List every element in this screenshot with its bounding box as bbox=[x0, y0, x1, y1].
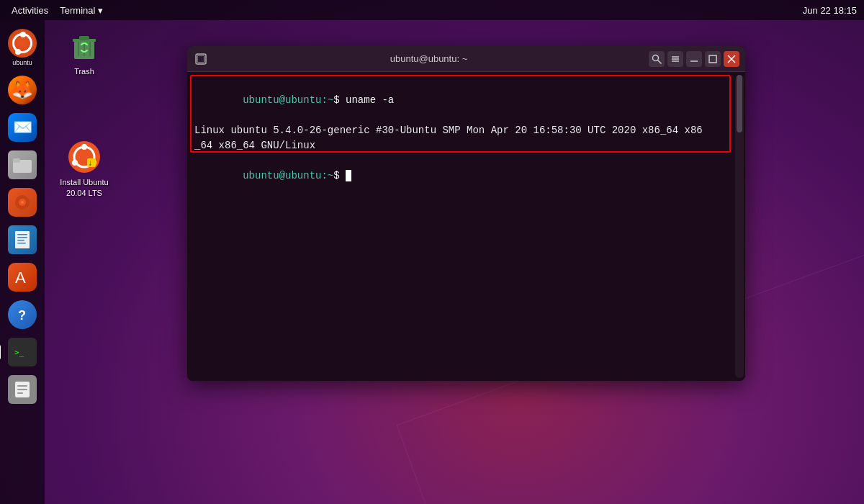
svg-rect-15 bbox=[17, 389, 27, 390]
svg-rect-16 bbox=[17, 392, 23, 394]
terminal-scrollbar[interactable] bbox=[735, 75, 744, 378]
ubuntu-logo-icon bbox=[8, 29, 37, 58]
install-ubuntu-icon: ↓ bbox=[67, 140, 102, 174]
dock-item-appstore[interactable]: A bbox=[1, 260, 43, 294]
dock-item-sound[interactable] bbox=[1, 185, 43, 220]
svg-line-30 bbox=[658, 60, 662, 63]
writer-icon bbox=[8, 225, 37, 254]
active-indicator bbox=[0, 345, 1, 359]
files-icon bbox=[8, 150, 37, 179]
terminal-line-2: Linux ubuntu 5.4.0-26-generic #30-Ubuntu… bbox=[194, 123, 738, 138]
top-panel: Activities Terminal ▾ Jun 22 18:15 bbox=[0, 0, 864, 20]
scrollbar-thumb bbox=[737, 75, 742, 132]
svg-point-4 bbox=[21, 201, 24, 204]
trash-desktop-icon bbox=[67, 29, 102, 63]
hamburger-button[interactable] bbox=[667, 51, 683, 67]
dock-item-firefox[interactable]: 🦊 bbox=[1, 73, 43, 107]
desktop-icon-install-ubuntu[interactable]: ↓ Install Ubuntu 20.04 LTS bbox=[52, 137, 117, 201]
svg-rect-7 bbox=[17, 237, 27, 238]
search-button[interactable] bbox=[649, 51, 665, 67]
svg-rect-1 bbox=[13, 158, 20, 163]
svg-rect-6 bbox=[17, 234, 27, 235]
close-button[interactable] bbox=[724, 51, 739, 67]
panel-right: Jun 22 18:15 bbox=[803, 5, 857, 16]
svg-text:A: A bbox=[15, 269, 26, 287]
thunderbird-icon: ✉️ bbox=[8, 113, 37, 142]
svg-text:↓: ↓ bbox=[88, 158, 92, 168]
file-bottom-icon bbox=[8, 375, 37, 404]
prompt-1: ubuntu@ubuntu:~ bbox=[243, 94, 333, 106]
svg-rect-8 bbox=[17, 240, 24, 241]
dock-item-help[interactable]: ? bbox=[1, 297, 43, 332]
terminal-title: ubuntu@ubuntu: ~ bbox=[209, 53, 649, 64]
titlebar-left bbox=[193, 51, 209, 67]
terminal-menu-arrow: ▾ bbox=[98, 5, 103, 16]
dollar-1: $ bbox=[333, 94, 346, 106]
svg-point-23 bbox=[72, 160, 78, 166]
dock-item-writer[interactable] bbox=[1, 222, 43, 257]
dock-item-file-bottom[interactable] bbox=[1, 372, 43, 407]
dock-item-files[interactable] bbox=[1, 148, 43, 182]
svg-rect-14 bbox=[17, 385, 27, 387]
svg-rect-28 bbox=[197, 55, 204, 63]
dollar-2: $ bbox=[333, 170, 346, 181]
new-tab-icon[interactable] bbox=[193, 51, 209, 67]
terminal-window: ubuntu@ubuntu: ~ bbox=[187, 46, 745, 381]
sound-icon bbox=[8, 188, 37, 217]
svg-rect-19 bbox=[79, 36, 89, 40]
minimize-button[interactable] bbox=[686, 51, 702, 67]
titlebar-controls bbox=[649, 51, 739, 67]
ubuntu-circle bbox=[12, 33, 32, 53]
terminal-line-1: ubuntu@ubuntu:~$ uname -a bbox=[194, 78, 738, 123]
desktop-icon-trash[interactable]: Trash bbox=[52, 26, 117, 79]
command-text: uname -a bbox=[346, 94, 394, 106]
dock-item-thunderbird[interactable]: ✉️ bbox=[1, 110, 43, 145]
dock: ubuntu 🦊 ✉️ bbox=[0, 20, 45, 504]
install-ubuntu-label: Install Ubuntu 20.04 LTS bbox=[55, 177, 114, 198]
prompt-2: ubuntu@ubuntu:~ bbox=[243, 170, 333, 181]
terminal-content[interactable]: ubuntu@ubuntu:~$ uname -a Linux ubuntu 5… bbox=[187, 72, 745, 381]
maximize-button[interactable] bbox=[705, 51, 721, 67]
svg-text:>_: >_ bbox=[14, 348, 24, 357]
terminal-line-4: ubuntu@ubuntu:~$ bbox=[194, 153, 738, 199]
terminal-cursor bbox=[346, 170, 351, 181]
svg-rect-9 bbox=[17, 243, 26, 244]
activities-button[interactable]: Activities bbox=[7, 5, 53, 16]
desktop: Activities Terminal ▾ Jun 22 18:15 ubunt… bbox=[0, 0, 864, 504]
dock-label-ubuntu: ubuntu bbox=[12, 59, 32, 67]
terminal-line-3: _64 x86_64 GNU/Linux bbox=[194, 138, 738, 153]
terminal-menu[interactable]: Terminal ▾ bbox=[60, 5, 103, 16]
appstore-icon: A bbox=[8, 263, 37, 292]
dock-item-ubuntu[interactable]: ubuntu bbox=[1, 26, 43, 70]
datetime-label: Jun 22 18:15 bbox=[803, 5, 857, 16]
svg-text:?: ? bbox=[18, 308, 26, 323]
terminal-app-icon: >_ bbox=[8, 338, 37, 366]
dock-item-terminal[interactable]: >_ bbox=[1, 335, 43, 369]
svg-point-22 bbox=[81, 144, 87, 150]
terminal-menu-label: Terminal bbox=[60, 5, 95, 16]
help-icon: ? bbox=[8, 300, 37, 329]
desktop-icons-area: Trash ↓ Install Ubuntu 20.04 LTS bbox=[52, 26, 117, 201]
trash-label: Trash bbox=[74, 66, 94, 76]
panel-left: Activities Terminal ▾ bbox=[7, 5, 103, 16]
firefox-icon: 🦊 bbox=[8, 76, 37, 104]
terminal-titlebar: ubuntu@ubuntu: ~ bbox=[187, 46, 745, 72]
svg-rect-35 bbox=[709, 55, 716, 63]
